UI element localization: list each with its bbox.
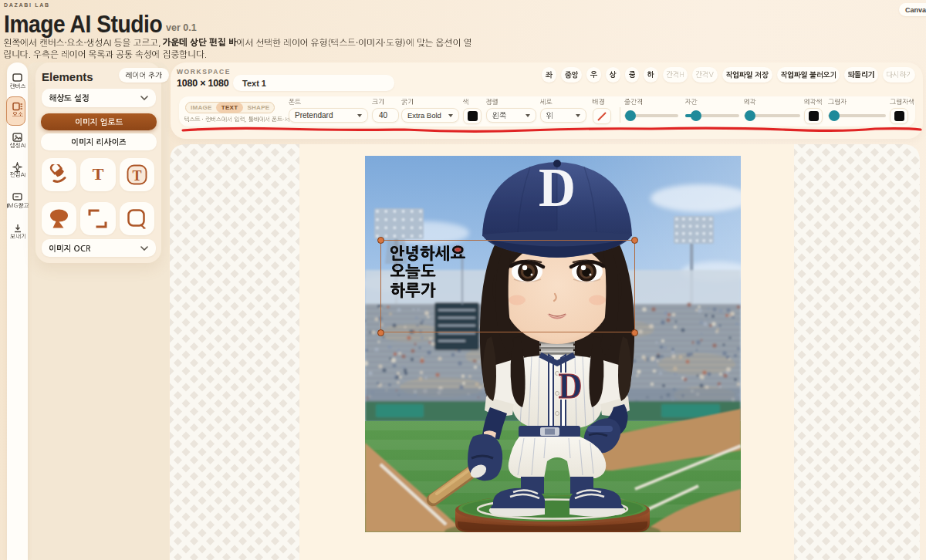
svg-text:T: T: [92, 165, 103, 184]
svg-text:T: T: [132, 167, 141, 183]
svg-text:D: D: [559, 366, 583, 406]
svg-text:D: D: [539, 156, 576, 218]
